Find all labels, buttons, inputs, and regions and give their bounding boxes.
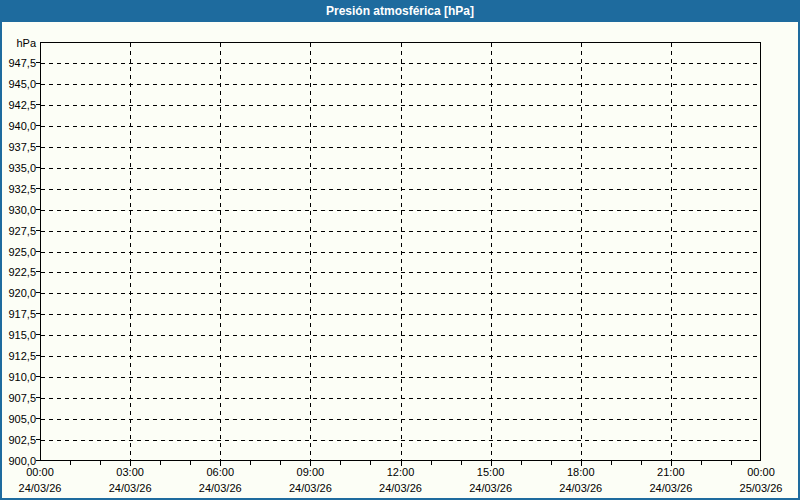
x-major-tick-mark	[491, 461, 492, 466]
x-minor-tick-mark	[100, 461, 101, 465]
x-tick-date-label: 25/03/26	[726, 482, 796, 494]
y-tick-label: 922,5	[0, 266, 36, 278]
y-axis-unit-label: hPa	[0, 37, 36, 49]
y-tick-label: 912,5	[0, 350, 36, 362]
x-tick-date-label: 24/03/26	[456, 482, 526, 494]
x-tick-date-label: 24/03/26	[546, 482, 616, 494]
y-tick-label: 932,5	[0, 183, 36, 195]
v-gridline	[220, 43, 221, 460]
x-tick-date-label: 24/03/26	[366, 482, 436, 494]
x-minor-tick-mark	[551, 461, 552, 465]
x-tick-date-label: 24/03/26	[185, 482, 255, 494]
v-gridline	[130, 43, 131, 460]
x-tick-date-label: 24/03/26	[5, 482, 75, 494]
x-minor-tick-mark	[190, 461, 191, 465]
y-tick-label: 902,5	[0, 434, 36, 446]
x-minor-tick-mark	[280, 461, 281, 465]
chart-title: Presión atmosférica [hPa]	[326, 4, 474, 18]
pressure-chart-window: Presión atmosférica [hPa] hPa 947,5945,0…	[0, 0, 800, 500]
v-gridline	[581, 43, 582, 460]
y-tick-label: 935,0	[0, 162, 36, 174]
x-tick-time-label: 21:00	[636, 466, 706, 478]
x-minor-tick-mark	[340, 461, 341, 465]
x-tick-time-label: 06:00	[185, 466, 255, 478]
x-tick-time-label: 03:00	[95, 466, 165, 478]
x-tick-date-label: 24/03/26	[95, 482, 165, 494]
y-tick-label: 930,0	[0, 204, 36, 216]
y-tick-label: 937,5	[0, 141, 36, 153]
x-minor-tick-mark	[731, 461, 732, 465]
y-tick-label: 910,0	[0, 371, 36, 383]
x-minor-tick-mark	[70, 461, 71, 465]
v-gridline	[310, 43, 311, 460]
v-gridline	[491, 43, 492, 460]
x-tick-time-label: 09:00	[275, 466, 345, 478]
y-tick-label: 940,0	[0, 120, 36, 132]
x-minor-tick-mark	[431, 461, 432, 465]
x-tick-time-label: 15:00	[456, 466, 526, 478]
x-minor-tick-mark	[701, 461, 702, 465]
y-tick-label: 900,0	[0, 455, 36, 467]
y-tick-label: 907,5	[0, 392, 36, 404]
x-minor-tick-mark	[641, 461, 642, 465]
x-minor-tick-mark	[611, 461, 612, 465]
y-tick-label: 925,0	[0, 246, 36, 258]
plot-area[interactable]	[40, 42, 761, 461]
x-minor-tick-mark	[461, 461, 462, 465]
x-major-tick-mark	[130, 461, 131, 466]
v-gridline	[401, 43, 402, 460]
y-tick-label: 945,0	[0, 78, 36, 90]
x-major-tick-mark	[310, 461, 311, 466]
y-tick-label: 915,0	[0, 329, 36, 341]
gridlines-layer	[41, 43, 760, 460]
y-tick-label: 947,5	[0, 57, 36, 69]
x-major-tick-mark	[581, 461, 582, 466]
x-minor-tick-mark	[521, 461, 522, 465]
x-tick-date-label: 24/03/26	[275, 482, 345, 494]
x-minor-tick-mark	[370, 461, 371, 465]
y-tick-label: 920,0	[0, 287, 36, 299]
x-tick-time-label: 00:00	[726, 466, 796, 478]
x-tick-date-label: 24/03/26	[636, 482, 706, 494]
v-gridline	[671, 43, 672, 460]
x-major-tick-mark	[401, 461, 402, 466]
x-major-tick-mark	[220, 461, 221, 466]
y-tick-label: 927,5	[0, 225, 36, 237]
x-major-tick-mark	[671, 461, 672, 466]
x-minor-tick-mark	[250, 461, 251, 465]
x-tick-time-label: 12:00	[366, 466, 436, 478]
x-tick-time-label: 18:00	[546, 466, 616, 478]
chart-title-bar: Presión atmosférica [hPa]	[0, 0, 800, 22]
y-tick-label: 917,5	[0, 308, 36, 320]
x-minor-tick-mark	[160, 461, 161, 465]
y-tick-label: 942,5	[0, 99, 36, 111]
x-tick-time-label: 00:00	[5, 466, 75, 478]
y-tick-label: 905,0	[0, 413, 36, 425]
